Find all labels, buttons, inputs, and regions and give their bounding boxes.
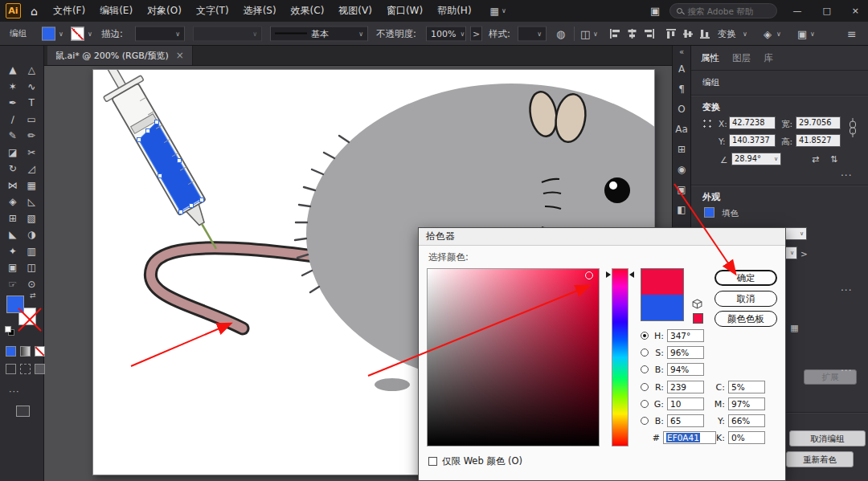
direct-selection-tool[interactable]: △	[23, 62, 42, 79]
eyedropper-tool[interactable]: ◣	[3, 226, 23, 243]
stroke-caret-icon[interactable]: ∨	[88, 30, 92, 37]
shape-options-icon[interactable]: ◈	[764, 27, 772, 39]
workspace-switcher-icon[interactable]: ▣	[650, 5, 660, 17]
out-of-gamut-icon[interactable]	[692, 297, 702, 312]
column-graph-tool[interactable]: ▥	[23, 243, 42, 260]
transform-more-icon[interactable]: ···	[841, 170, 852, 181]
eraser-tool[interactable]: ◪	[3, 145, 23, 161]
color-field-marker[interactable]	[585, 271, 593, 279]
color-value-field[interactable]: 97%	[728, 397, 765, 410]
arrange-documents-icon[interactable]: ▦	[490, 6, 499, 17]
web-colors-checkbox[interactable]	[428, 457, 437, 466]
fill-color-swatch[interactable]	[42, 26, 55, 40]
blend-tool[interactable]: ◑	[23, 226, 42, 243]
pathfinder-exclude-icon[interactable]: ▦	[786, 321, 803, 334]
align-right-button[interactable]	[643, 28, 655, 39]
width-field[interactable]: 29.7056	[796, 116, 841, 129]
artboard-tool[interactable]: ▣	[3, 259, 23, 276]
cancel-button[interactable]: 取消	[714, 291, 777, 307]
menu-item[interactable]: 窗口(W)	[379, 0, 430, 22]
color-mode-button[interactable]	[6, 346, 16, 357]
type-tool[interactable]: T	[23, 95, 42, 112]
appearance-more-icon[interactable]: ···	[841, 285, 852, 296]
zoom-tool[interactable]: ⊙	[23, 276, 42, 293]
symbol-sprayer-tool[interactable]: ✦	[3, 243, 23, 260]
width-profile-dropdown[interactable]: ∨	[193, 26, 262, 41]
hue-pointer-right-icon[interactable]	[629, 271, 634, 278]
shape-builder-tool[interactable]: ◈	[3, 194, 23, 210]
color-mode-radio[interactable]	[641, 417, 649, 425]
y-field[interactable]: 140.3737	[729, 134, 776, 147]
current-color[interactable]	[641, 295, 683, 320]
color-value-field[interactable]: 94%	[667, 363, 704, 376]
opentype-panel-icon[interactable]: O	[672, 99, 691, 119]
in-gamut-color-swatch[interactable]	[693, 313, 703, 324]
syringe[interactable]	[93, 70, 235, 259]
link-dimensions-icon[interactable]	[849, 117, 857, 141]
scale-tool[interactable]: ◿	[23, 161, 42, 177]
pencil-tool[interactable]: ✏	[23, 128, 42, 145]
mesh-tool[interactable]: ⊞	[3, 210, 23, 227]
swap-fill-stroke-icon[interactable]: ⇄	[30, 291, 36, 300]
home-icon[interactable]: ⌂	[31, 5, 38, 18]
style-dropdown[interactable]: ∨	[518, 26, 547, 41]
recolor-button[interactable]: 重新着色	[786, 451, 854, 467]
menu-item[interactable]: 选择(S)	[236, 0, 284, 22]
glyphs-panel-icon[interactable]: ⊞	[672, 139, 691, 159]
color-mode-radio[interactable]	[641, 383, 649, 391]
default-fill-mini-swatch[interactable]	[5, 326, 11, 332]
align-middle-button[interactable]	[682, 28, 694, 39]
mouse-eye[interactable]	[604, 177, 630, 203]
color-mode-radio[interactable]	[641, 349, 649, 357]
lasso-tool[interactable]: ∿	[23, 79, 42, 96]
color-mode-radio[interactable]	[641, 400, 649, 408]
tab-layers[interactable]: 图层	[732, 52, 751, 64]
width-tool[interactable]: ⋈	[3, 177, 23, 194]
isolate-mode-icon[interactable]: ▣	[797, 27, 807, 39]
menu-item[interactable]: 视图(V)	[331, 0, 379, 22]
menu-item[interactable]: 帮助(H)	[430, 0, 478, 22]
close-button[interactable]: ×	[846, 6, 865, 16]
rectangle-tool[interactable]: ▭	[23, 112, 42, 128]
expand-button[interactable]: 扩展	[804, 369, 857, 385]
ungroup-button[interactable]: 取消编组	[789, 430, 866, 446]
paragraph-panel-icon[interactable]: ¶	[672, 79, 691, 99]
hand-tool[interactable]: ☞	[3, 276, 23, 293]
pen-tool[interactable]: ✒	[3, 95, 23, 112]
menu-item[interactable]: 对象(O)	[140, 0, 189, 22]
help-search[interactable]	[669, 3, 777, 18]
menu-item[interactable]: 文字(T)	[189, 0, 236, 22]
color-swatches-button[interactable]: 颜色色板	[714, 311, 777, 327]
ok-button[interactable]: 确定	[714, 270, 777, 286]
transform-dropdown[interactable]: 变换	[718, 27, 736, 39]
document-tab[interactable]: 鼠.ai* @ 200% (RGB/预览) ×	[47, 46, 193, 65]
character-styles-panel-icon[interactable]: Aa	[672, 119, 691, 139]
panel-menu-icon[interactable]: ≡	[847, 27, 857, 40]
menu-item[interactable]: 编辑(E)	[92, 0, 140, 22]
opacity-more-button[interactable]: >	[470, 26, 482, 41]
minimize-button[interactable]: —	[787, 6, 807, 16]
color-value-field[interactable]: 65	[667, 414, 704, 427]
help-search-input[interactable]	[687, 6, 770, 16]
flip-horizontal-icon[interactable]: ⇄	[812, 154, 819, 165]
align-bottom-button[interactable]	[699, 28, 711, 39]
dialog-title-bar[interactable]: 拾色器	[419, 228, 785, 246]
align-left-button[interactable]	[609, 28, 621, 39]
appearance-panel-icon[interactable]: ◉	[672, 159, 691, 179]
free-transform-tool[interactable]: ▦	[23, 177, 42, 194]
graphic-styles-panel-icon[interactable]: ▣	[672, 179, 691, 199]
gradient-tool[interactable]: ▧	[23, 210, 42, 227]
gradient-mode-button[interactable]	[20, 346, 31, 357]
fill-swatch[interactable]	[6, 296, 24, 313]
brush-definition-dropdown[interactable]: 基本 ∨	[270, 26, 368, 41]
rotation-dropdown[interactable]: 28.94° ∨	[731, 153, 781, 165]
tab-close-icon[interactable]: ×	[176, 50, 184, 61]
color-field[interactable]	[427, 268, 600, 446]
color-mode-radio[interactable]	[641, 365, 649, 373]
hex-color-field[interactable]: EF0A41	[663, 431, 716, 444]
align-center-button[interactable]	[626, 28, 638, 39]
edit-toolbar-icon[interactable]: ···	[9, 386, 20, 397]
draw-inside-button[interactable]	[35, 364, 45, 374]
color-mode-radio[interactable]	[641, 332, 649, 340]
globe-icon[interactable]: ◍	[556, 27, 565, 39]
